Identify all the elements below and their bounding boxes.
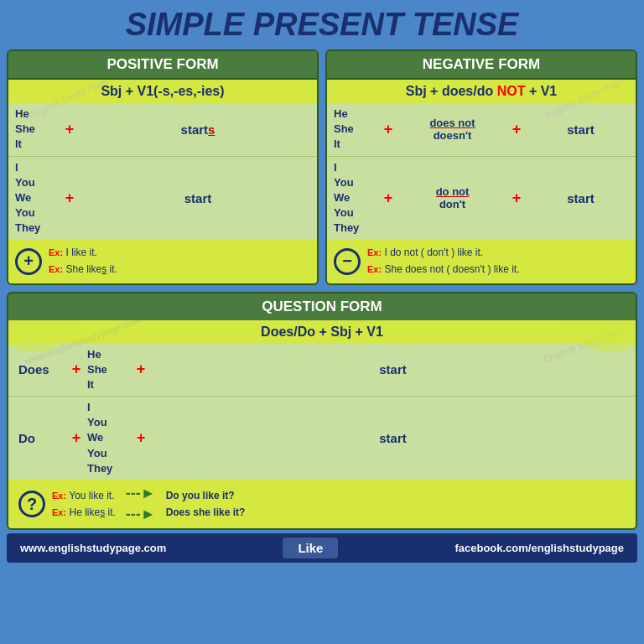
q-example-line: Ex: He likes it. xyxy=(52,504,116,521)
footer: www.englishstudypage.com Like facebook.c… xyxy=(7,533,637,563)
plus-sign: + xyxy=(132,429,150,447)
formula-end: + V1 xyxy=(525,84,557,98)
positive-examples: + Ex: I like it. Ex: She likes it. xyxy=(8,240,317,283)
q-examples-left: Ex: You like it. Ex: He likes it. xyxy=(52,487,116,522)
ex-label: Ex: xyxy=(49,247,63,257)
q-example-line: Ex: You like it. xyxy=(52,487,116,504)
positive-section: English Study Page POSITIVE FORM Sbj + V… xyxy=(7,49,319,285)
plus-sign: + xyxy=(379,121,397,138)
plus-sign: + xyxy=(379,190,397,207)
question-title: QUESTION FORM xyxy=(8,293,636,320)
negative-formula: Sbj + does/do NOT + V1 xyxy=(327,80,636,103)
examples-text: Ex: I like it. Ex: She likes it. xyxy=(49,245,117,277)
arrow-1: ‑‑‑► xyxy=(126,485,156,502)
question-badge: ? xyxy=(18,491,45,517)
page-title: SIMPLE PRESENT TENSE xyxy=(7,7,637,43)
plus-sign: + xyxy=(507,190,526,207)
neg-verb-cell: do not don't xyxy=(397,185,507,210)
negative-table: HeSheIt + does not doesn't + start IYouW… xyxy=(327,103,636,240)
q-result-2: Does she like it? xyxy=(166,504,246,521)
example-line: Ex: I do not ( don't ) like it. xyxy=(367,245,520,261)
verb-cell: starts xyxy=(79,122,317,137)
q-arrows: ‑‑‑► ‑‑‑► xyxy=(126,485,156,523)
do-not: do not xyxy=(436,185,470,198)
question-formula: Does/Do + Sbj + V1 xyxy=(8,320,636,344)
subject-cell: IYouWeYouThey xyxy=(327,157,379,240)
modal-do: Do xyxy=(8,428,67,449)
negative-examples: − Ex: I do not ( don't ) like it. Ex: Sh… xyxy=(327,240,636,283)
ex-label: Ex: xyxy=(367,247,382,257)
q-table-row: Does + HeSheIt + start xyxy=(8,344,636,397)
ex-label: Ex: xyxy=(52,491,66,501)
modal-does: Does xyxy=(8,359,67,380)
plus-sign: + xyxy=(60,121,79,138)
like-button[interactable]: Like xyxy=(283,538,338,558)
q-table-row: Do + IYouWeYouThey + start xyxy=(8,397,636,480)
positive-formula: Sbj + V1(-s,-es,-ies) xyxy=(8,80,317,103)
top-row: English Study Page POSITIVE FORM Sbj + V… xyxy=(7,49,637,285)
negative-badge: − xyxy=(334,248,361,275)
dont: don't xyxy=(439,198,465,210)
plus-sign: + xyxy=(507,121,526,138)
plus-sign: + xyxy=(67,361,86,378)
example-line: Ex: She does not ( doesn't ) like it. xyxy=(367,262,520,278)
ex-label: Ex: xyxy=(367,264,382,274)
table-row: HeSheIt + starts xyxy=(8,103,317,157)
question-examples: ? Ex: You like it. Ex: He likes it. ‑‑‑►… xyxy=(8,480,636,528)
positive-title: POSITIVE FORM xyxy=(8,51,317,80)
verb-s: s xyxy=(100,506,105,518)
q-examples-content: Ex: You like it. Ex: He likes it. ‑‑‑► ‑… xyxy=(52,485,626,523)
ex-label: Ex: xyxy=(49,264,63,274)
q-examples-right: Do you like it? Does she like it? xyxy=(166,487,246,522)
subject-cell: HeSheIt xyxy=(327,103,379,156)
question-table: Does + HeSheIt + start Do + IYouWeYouThe… xyxy=(8,344,636,480)
table-row: IYouWeYouThey + start xyxy=(8,157,317,240)
q-result-1: Do you like it? xyxy=(166,487,246,504)
plus-sign: + xyxy=(67,429,86,447)
footer-right: facebook.com/englishstudypage xyxy=(454,542,624,554)
footer-left: www.englishstudypage.com xyxy=(20,542,166,554)
subject-cell: IYouWeYouThey xyxy=(8,157,60,240)
plus-sign: + xyxy=(132,361,150,378)
q-subject: HeSheIt xyxy=(86,344,132,397)
q-verb: start xyxy=(150,362,636,377)
q-verb: start xyxy=(150,431,636,445)
example-line: Ex: She likes it. xyxy=(49,262,117,278)
table-row: HeSheIt + does not doesn't + start xyxy=(327,103,636,157)
plus-sign: + xyxy=(60,190,79,207)
verb-s: s xyxy=(101,263,106,275)
verb-cell: start xyxy=(526,122,636,137)
example-line: Ex: I like it. xyxy=(49,245,117,261)
verb-cell: start xyxy=(79,191,317,205)
does-not: does not xyxy=(429,117,475,129)
positive-table: HeSheIt + starts IYouWeYouThey + start xyxy=(8,103,317,240)
negative-section: English Study Page NEGATIVE FORM Sbj + d… xyxy=(325,49,637,285)
arrow-2: ‑‑‑► xyxy=(126,506,156,523)
examples-text: Ex: I do not ( don't ) like it. Ex: She … xyxy=(367,245,520,277)
positive-badge: + xyxy=(15,248,42,275)
question-section: www.englishstudypage.com English Study P… xyxy=(7,292,637,531)
verb-cell: start xyxy=(526,191,636,205)
verb-suffix: s xyxy=(208,122,215,137)
negative-title: NEGATIVE FORM xyxy=(327,51,636,80)
not-text: NOT xyxy=(497,84,526,98)
main-container: SIMPLE PRESENT TENSE English Study Page … xyxy=(0,0,644,644)
doesnt: doesn't xyxy=(434,129,472,142)
subject-cell: HeSheIt xyxy=(8,103,60,156)
table-row: IYouWeYouThey + do not don't + start xyxy=(327,157,636,240)
q-subject: IYouWeYouThey xyxy=(86,397,132,480)
neg-verb-cell: does not doesn't xyxy=(397,117,507,142)
ex-label: Ex: xyxy=(52,507,66,517)
formula-start: Sbj + does/do xyxy=(406,84,497,98)
